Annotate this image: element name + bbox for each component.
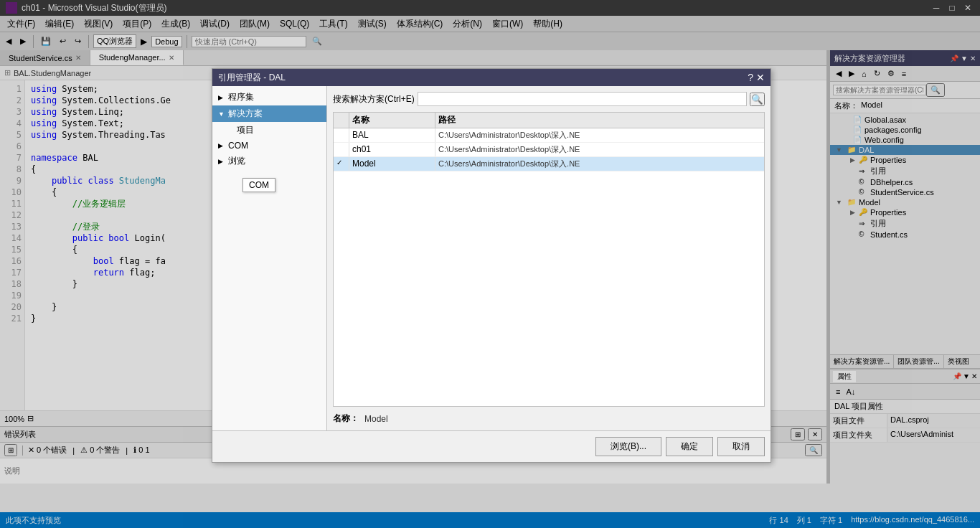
dialog-right: 搜索解决方案(Ctrl+E) 🔍 名称 路径 BAL C:\Users\Admi… — [327, 86, 771, 430]
com-tooltip: COM — [242, 178, 275, 192]
dialog-search-input[interactable] — [418, 92, 747, 106]
dialog-name-ch01: ch01 — [349, 143, 435, 156]
dialog-arrow-com: ▶ — [218, 142, 225, 149]
dialog-search-label: 搜索解决方案(Ctrl+E) — [333, 93, 415, 105]
dialog-ok-btn[interactable]: 确定 — [666, 437, 713, 456]
dialog-label-assemblies: 程序集 — [228, 91, 254, 103]
dialog-cancel-btn[interactable]: 取消 — [717, 437, 765, 456]
dialog-check-ch01[interactable] — [334, 143, 349, 156]
dialog-close-btn[interactable]: ✕ — [756, 72, 765, 83]
dialog-title-bar-btns: ? ✕ — [748, 72, 765, 83]
dialog-tree-solution[interactable]: ▼ 解决方案 — [212, 105, 326, 122]
dialog-footer: 浏览(B)... 确定 取消 — [212, 430, 771, 462]
dialog-help-btn[interactable]: ? — [748, 72, 753, 83]
dialog-label-browse: 浏览 — [228, 155, 245, 167]
dialog-arrow-browse: ▶ — [218, 158, 225, 165]
dialog-table-body: BAL C:\Users\Administrator\Desktop\深入.NE… — [333, 128, 765, 407]
dialog-title-bar: 引用管理器 - DAL ? ✕ — [212, 69, 771, 86]
dialog-check-model[interactable]: ✓ — [334, 157, 349, 171]
dialog-tree-com[interactable]: ▶ COM — [212, 138, 326, 153]
dialog-row-ch01[interactable]: ch01 C:\Users\Administrator\Desktop\深入.N… — [334, 143, 764, 157]
dialog-name-section: 名称： Model — [333, 412, 765, 425]
com-tooltip-text: COM — [249, 180, 269, 190]
dialog-tree-projects[interactable]: 项目 — [212, 122, 326, 138]
dialog-label-com: COM — [228, 141, 248, 151]
dialog-search: 搜索解决方案(Ctrl+E) 🔍 — [333, 92, 765, 106]
dialog-browse-btn[interactable]: 浏览(B)... — [595, 437, 661, 456]
dialog-header-path: 路径 — [435, 113, 764, 128]
dialog-tree-assemblies[interactable]: ▶ 程序集 — [212, 89, 326, 105]
dialog-arrow-assemblies: ▶ — [218, 94, 225, 101]
dialog-path-model: C:\Users\Administrator\Desktop\深入.NE — [435, 157, 764, 171]
dialog-label-solution: 解决方案 — [228, 108, 263, 120]
dialog-header-name: 名称 — [349, 113, 435, 128]
reference-dialog: 引用管理器 - DAL ? ✕ ▶ 程序集 ▼ 解决方案 项目 — [212, 68, 771, 463]
dialog-header-check — [334, 113, 349, 128]
dialog-check-bal[interactable] — [334, 128, 349, 142]
dialog-name-value: Model — [364, 414, 388, 424]
dialog-search-button[interactable]: 🔍 — [750, 93, 765, 106]
dialog-title: 引用管理器 - DAL — [218, 72, 286, 84]
dialog-name-label: 名称： — [333, 412, 359, 425]
dialog-tree-browse[interactable]: ▶ 浏览 — [212, 153, 326, 169]
dialog-row-model[interactable]: ✓ Model C:\Users\Administrator\Desktop\深… — [334, 157, 764, 171]
dialog-path-bal: C:\Users\Administrator\Desktop\深入.NE — [435, 128, 764, 142]
dialog-body: ▶ 程序集 ▼ 解决方案 项目 ▶ COM ▶ 浏览 — [212, 86, 771, 430]
dialog-row-bal[interactable]: BAL C:\Users\Administrator\Desktop\深入.NE — [334, 128, 764, 143]
dialog-overlay: 引用管理器 - DAL ? ✕ ▶ 程序集 ▼ 解决方案 项目 — [0, 0, 980, 528]
dialog-name-model: Model — [349, 157, 435, 171]
dialog-left-tree: ▶ 程序集 ▼ 解决方案 项目 ▶ COM ▶ 浏览 — [212, 86, 327, 430]
dialog-label-projects: 项目 — [237, 124, 254, 136]
dialog-arrow-solution: ▼ — [218, 110, 225, 118]
dialog-path-ch01: C:\Users\Administrator\Desktop\深入.NE — [435, 143, 764, 156]
dialog-table-header: 名称 路径 — [333, 112, 765, 128]
dialog-name-bal: BAL — [349, 128, 435, 142]
